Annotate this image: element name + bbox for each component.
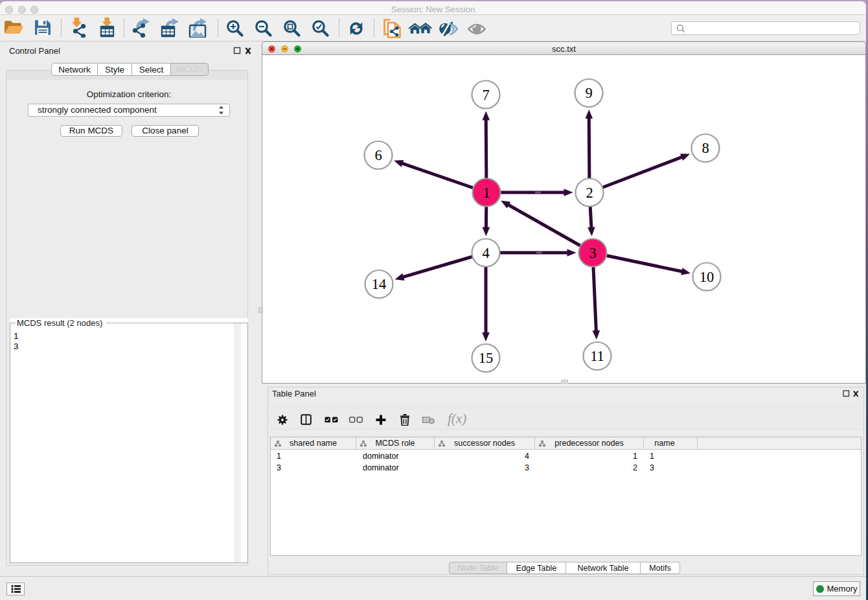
svg-text:11: 11 <box>590 348 604 364</box>
svg-text:2: 2 <box>586 185 593 201</box>
svg-text:8: 8 <box>702 140 709 156</box>
svg-text:1: 1 <box>483 185 490 201</box>
svg-text:7: 7 <box>482 87 489 103</box>
svg-text:14: 14 <box>372 276 387 292</box>
svg-text:4: 4 <box>482 245 489 261</box>
svg-text:6: 6 <box>374 147 382 163</box>
svg-text:10: 10 <box>700 269 714 285</box>
svg-text:9: 9 <box>585 85 592 101</box>
svg-text:15: 15 <box>479 350 494 366</box>
svg-text:3: 3 <box>589 245 596 261</box>
